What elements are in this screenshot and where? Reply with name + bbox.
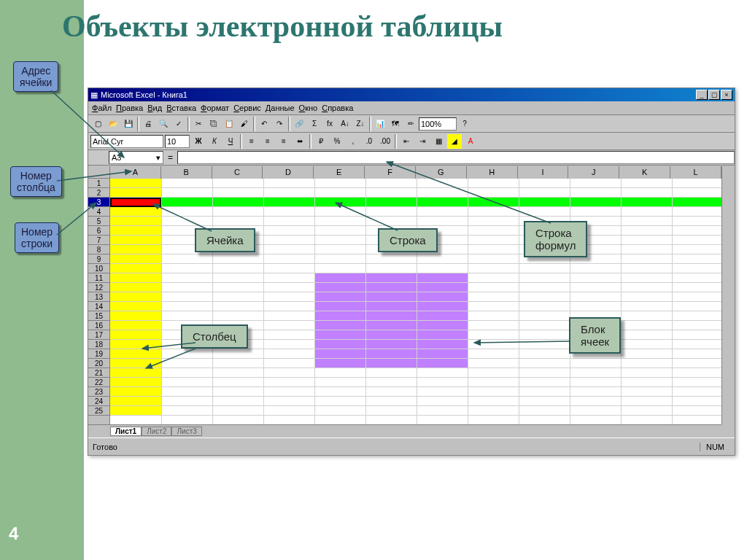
horizontal-scrollbar[interactable]: Лист1Лист2Лист3 xyxy=(88,424,721,438)
row-header[interactable]: 8 xyxy=(88,245,109,254)
row-header[interactable]: 23 xyxy=(88,387,109,397)
column-header[interactable]: G xyxy=(416,166,467,179)
merge-icon[interactable]: ⬌ xyxy=(293,134,307,149)
select-all-corner[interactable] xyxy=(88,166,110,179)
sort-asc-icon[interactable]: A↓ xyxy=(338,117,352,131)
percent-icon[interactable]: % xyxy=(330,134,344,149)
close-button[interactable]: × xyxy=(721,90,732,100)
save-icon[interactable]: 💾 xyxy=(121,117,136,131)
format-painter-icon[interactable]: 🖌 xyxy=(237,117,252,131)
menu-item[interactable]: Файл xyxy=(92,104,112,112)
formatting-toolbar[interactable]: Ж К Ч ≡ ≡ ≡ ⬌ ₽ % , .0 .00 ⇤ ⇥ ▦ ◢ A xyxy=(88,133,735,150)
redo-icon[interactable]: ↷ xyxy=(272,117,287,131)
sheet-tab[interactable]: Лист2 xyxy=(142,427,171,436)
column-header[interactable]: A xyxy=(110,166,161,179)
align-left-icon[interactable]: ≡ xyxy=(244,134,259,149)
row-header[interactable]: 4 xyxy=(88,207,109,217)
menu-item[interactable]: Данные xyxy=(266,104,295,112)
menu-item[interactable]: Справка xyxy=(322,104,353,112)
dec-decimal-icon[interactable]: .00 xyxy=(378,134,392,149)
underline-icon[interactable]: Ч xyxy=(223,134,238,149)
row-header[interactable]: 2 xyxy=(88,188,109,198)
sum-icon[interactable]: Σ xyxy=(307,117,322,131)
active-cell[interactable] xyxy=(110,198,161,207)
map-icon[interactable]: 🗺 xyxy=(388,117,403,131)
row-header[interactable]: 10 xyxy=(88,264,109,273)
print-icon[interactable]: 🖨 xyxy=(141,117,155,131)
indent-inc-icon[interactable]: ⇥ xyxy=(415,134,430,149)
row-header[interactable]: 9 xyxy=(88,254,109,264)
standard-toolbar[interactable]: ▢ 📂 💾 🖨 🔍 ✓ ✂ ⿻ 📋 🖌 ↶ ↷ 🔗 Σ fx A↓ Z↓ 📊 🗺… xyxy=(88,115,735,133)
sheet-tab[interactable]: Лист1 xyxy=(110,427,142,436)
row-header[interactable]: 11 xyxy=(88,273,109,283)
fill-color-icon[interactable]: ◢ xyxy=(447,134,462,149)
row-header[interactable]: 12 xyxy=(88,283,109,292)
align-right-icon[interactable]: ≡ xyxy=(276,134,291,149)
menu-item[interactable]: Сервис xyxy=(233,104,261,112)
undo-icon[interactable]: ↶ xyxy=(257,117,271,131)
column-header[interactable]: L xyxy=(670,166,721,179)
menu-item[interactable]: Вид xyxy=(147,104,162,112)
row-header[interactable]: 16 xyxy=(88,321,109,330)
spell-icon[interactable]: ✓ xyxy=(171,117,186,131)
row-header[interactable]: 7 xyxy=(88,236,109,245)
row-header[interactable]: 18 xyxy=(88,340,109,349)
new-icon[interactable]: ▢ xyxy=(90,117,105,131)
row-header[interactable]: 20 xyxy=(88,359,109,368)
indent-dec-icon[interactable]: ⇤ xyxy=(399,134,414,149)
bold-icon[interactable]: Ж xyxy=(191,134,206,149)
italic-icon[interactable]: К xyxy=(207,134,222,149)
copy-icon[interactable]: ⿻ xyxy=(206,117,221,131)
align-center-icon[interactable]: ≡ xyxy=(260,134,275,149)
menubar[interactable]: ФайлПравкаВидВставкаФорматСервисДанныеОк… xyxy=(88,101,735,115)
cells[interactable] xyxy=(110,179,721,424)
grid-area[interactable]: ABCDEFGHIJKL 123456789101112131415161718… xyxy=(88,166,721,424)
inc-decimal-icon[interactable]: .0 xyxy=(362,134,376,149)
vertical-scrollbar[interactable] xyxy=(721,166,735,424)
column-header[interactable]: E xyxy=(314,166,365,179)
help-icon[interactable]: ? xyxy=(457,117,472,131)
chart-icon[interactable]: 📊 xyxy=(373,117,387,131)
column-headers[interactable]: ABCDEFGHIJKL xyxy=(110,166,721,179)
column-header[interactable]: K xyxy=(619,166,670,179)
fx-icon[interactable]: fx xyxy=(322,117,337,131)
row-header[interactable]: 25 xyxy=(88,406,109,416)
row-header[interactable]: 1 xyxy=(88,179,109,188)
row-header[interactable]: 3 xyxy=(88,198,109,207)
cut-icon[interactable]: ✂ xyxy=(191,117,206,131)
menu-item[interactable]: Окно xyxy=(299,104,318,112)
link-icon[interactable]: 🔗 xyxy=(292,117,306,131)
zoom-input[interactable] xyxy=(419,117,457,131)
comma-icon[interactable]: , xyxy=(346,134,360,149)
preview-icon[interactable]: 🔍 xyxy=(156,117,171,131)
row-header[interactable]: 22 xyxy=(88,378,109,387)
row-header[interactable]: 15 xyxy=(88,311,109,321)
formula-bar-input[interactable] xyxy=(177,151,735,164)
column-header[interactable]: J xyxy=(568,166,619,179)
sheet-tabs[interactable]: Лист1Лист2Лист3 xyxy=(88,427,202,436)
column-header[interactable]: I xyxy=(518,166,569,179)
row-header[interactable]: 19 xyxy=(88,349,109,359)
row-header[interactable]: 17 xyxy=(88,330,109,340)
draw-icon[interactable]: ✏ xyxy=(403,117,418,131)
menu-item[interactable]: Правка xyxy=(116,104,143,112)
font-name-input[interactable] xyxy=(90,135,163,148)
column-header[interactable]: B xyxy=(161,166,212,179)
column-header[interactable]: C xyxy=(212,166,263,179)
menu-item[interactable]: Вставка xyxy=(166,104,196,112)
name-box[interactable]: A3▾ xyxy=(109,151,163,164)
minimize-button[interactable]: _ xyxy=(696,90,708,100)
sheet-tab[interactable]: Лист3 xyxy=(171,427,201,436)
font-size-input[interactable] xyxy=(165,135,190,148)
column-header[interactable]: F xyxy=(365,166,416,179)
sort-desc-icon[interactable]: Z↓ xyxy=(353,117,368,131)
maximize-button[interactable]: ▢ xyxy=(708,90,720,100)
row-header[interactable]: 24 xyxy=(88,397,109,406)
row-header[interactable]: 21 xyxy=(88,368,109,378)
row-headers[interactable]: 1234567891011121314151617181920212223242… xyxy=(88,179,110,424)
open-icon[interactable]: 📂 xyxy=(106,117,120,131)
borders-icon[interactable]: ▦ xyxy=(431,134,446,149)
row-header[interactable]: 5 xyxy=(88,217,109,226)
row-header[interactable]: 6 xyxy=(88,226,109,236)
currency-icon[interactable]: ₽ xyxy=(314,134,328,149)
